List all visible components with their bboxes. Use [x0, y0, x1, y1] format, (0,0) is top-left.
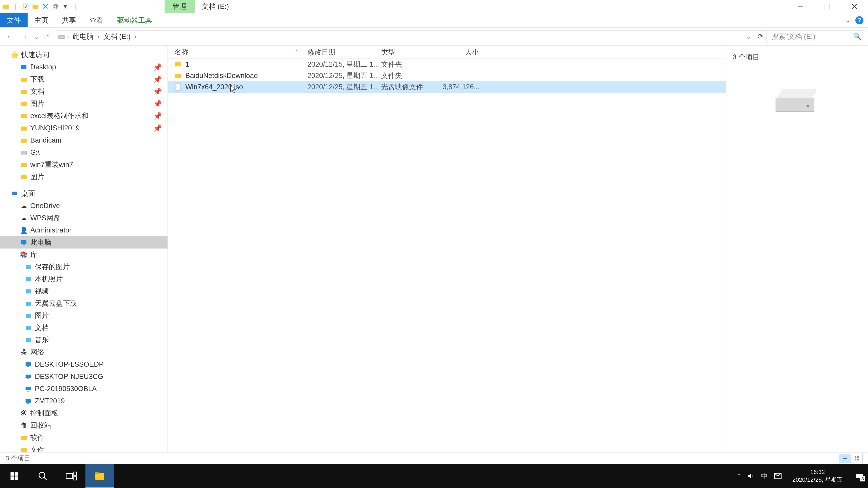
close-blue-icon[interactable]: ✕ — [42, 3, 49, 10]
tree-library-item[interactable]: 视频 — [0, 285, 167, 297]
tree-library-item[interactable]: 音乐 — [0, 334, 167, 346]
crumb-this-pc[interactable]: 此电脑 — [70, 32, 96, 41]
new-folder-icon[interactable] — [32, 3, 39, 10]
app-icon[interactable] — [2, 3, 9, 10]
close-button[interactable]: ✕ — [841, 0, 868, 13]
tree-quick-item[interactable]: win7重装win7 — [0, 159, 167, 171]
start-button[interactable] — [0, 464, 29, 488]
chevron-right-icon[interactable]: › — [134, 33, 136, 41]
tree-desktop-item[interactable]: 📚库 — [0, 249, 167, 261]
details-item-count: 3 个项目 — [733, 53, 760, 62]
tree-desktop-item[interactable]: ☁OneDrive — [0, 200, 167, 212]
tree-library-item[interactable]: 本机照片 — [0, 273, 167, 285]
tree-network[interactable]: 🖧网络 — [0, 346, 167, 358]
tree-network-item[interactable]: ZMT2019 — [0, 395, 167, 407]
tab-view[interactable]: 查看 — [83, 13, 110, 27]
tree-quick-item[interactable]: 文档📌 — [0, 86, 167, 98]
help-icon[interactable]: ? — [855, 16, 864, 24]
svg-rect-12 — [21, 151, 27, 154]
maximize-button[interactable] — [814, 0, 841, 13]
tree-software[interactable]: 软件 — [0, 431, 167, 444]
chevron-right-icon[interactable]: › — [97, 33, 99, 41]
details-view-button[interactable] — [839, 454, 851, 463]
svg-rect-35 — [175, 62, 181, 66]
explorer-taskbar-button[interactable] — [86, 464, 114, 488]
file-row[interactable]: 12020/12/15, 星期二 1...文件夹 — [168, 59, 725, 70]
ribbon-collapse-icon[interactable]: ⌄ — [845, 16, 851, 24]
tree-quick-item[interactable]: excel表格制作求和📌 — [0, 110, 167, 122]
tree-files[interactable]: 文件 — [0, 444, 167, 452]
qat-dropdown-icon[interactable]: ▾ — [62, 3, 69, 10]
action-center-button[interactable]: 3 — [853, 470, 866, 482]
tree-control-panel[interactable]: 🛠控制面板 — [0, 407, 167, 419]
properties-icon[interactable] — [22, 3, 29, 10]
tree-quick-item[interactable]: YUNQISHI2019📌 — [0, 122, 167, 134]
up-button[interactable]: ↑ — [41, 29, 55, 44]
search-taskbar-button[interactable] — [29, 464, 57, 488]
tree-network-item[interactable]: DESKTOP-NJEU3CG — [0, 370, 167, 383]
svg-point-43 — [39, 473, 45, 478]
taskbar-clock[interactable]: 16:32 2020/12/25, 星期五 — [788, 468, 847, 484]
breadcrumb[interactable]: › 此电脑 › 文档 (E:) › ⌄ — [55, 30, 754, 43]
file-row[interactable]: BaiduNetdiskDownload2020/12/25, 星期五 1...… — [168, 70, 725, 81]
settings-gear-icon[interactable] — [52, 3, 59, 10]
recent-dropdown[interactable]: ⌄ — [32, 29, 41, 44]
tree-library-item[interactable]: 文档 — [0, 322, 167, 334]
tab-home[interactable]: 主页 — [28, 13, 55, 27]
tree-quick-item[interactable]: 下载📌 — [0, 73, 167, 86]
mail-tray-icon[interactable] — [774, 472, 782, 480]
tree-quick-item[interactable]: Desktop📌 — [0, 61, 167, 73]
tree-quick-item[interactable]: 图片 — [0, 171, 167, 183]
tab-share[interactable]: 共享 — [55, 13, 83, 27]
folder-icon — [20, 446, 28, 452]
svg-rect-1 — [23, 4, 28, 9]
header-date[interactable]: 修改日期 — [307, 47, 381, 57]
search-icon[interactable]: 🔍 — [853, 32, 862, 41]
thumbnails-view-button[interactable] — [851, 454, 863, 463]
tree-desktop-item[interactable]: 此电脑 — [0, 236, 167, 249]
tree-library-item[interactable]: 保存的图片 — [0, 261, 167, 273]
search-input[interactable]: 搜索"文档 (E:)" 🔍 — [768, 30, 865, 43]
tab-drive-tools[interactable]: 驱动器工具 — [110, 13, 159, 27]
tree-library-item[interactable]: 图片 — [0, 310, 167, 322]
svg-rect-10 — [21, 127, 27, 131]
pin-icon: 📌 — [153, 100, 162, 108]
svg-rect-36 — [175, 74, 181, 78]
svg-rect-8 — [21, 102, 27, 106]
tree-desktop-item[interactable]: 👤Administrator — [0, 224, 167, 236]
tree-recycle-bin[interactable]: 🗑回收站 — [0, 419, 167, 431]
svg-rect-28 — [27, 379, 29, 379]
crumb-current[interactable]: 文档 (E:) — [101, 32, 133, 41]
tree-quick-access[interactable]: ⭐快速访问 — [0, 49, 167, 61]
folder-icon — [20, 434, 28, 442]
svg-rect-45 — [74, 472, 76, 475]
header-size[interactable]: 大小 — [442, 47, 483, 57]
tree-desktop-item[interactable]: ☁WPS网盘 — [0, 212, 167, 224]
header-name[interactable]: 名称⌃ — [175, 47, 307, 57]
ime-indicator[interactable]: 中 — [761, 471, 768, 481]
tree-network-item[interactable]: DESKTOP-LSSOEDP — [0, 358, 167, 370]
tree-quick-item[interactable]: G:\ — [0, 147, 167, 159]
file-row[interactable]: Win7x64_2020.iso2020/12/25, 星期五 1...光盘映像… — [168, 81, 725, 93]
tree-library-item[interactable]: 天翼云盘下载 — [0, 297, 167, 310]
svg-rect-15 — [12, 192, 18, 195]
minimize-button[interactable]: ─ — [786, 0, 814, 13]
header-type[interactable]: 类型 — [381, 47, 442, 57]
tab-file[interactable]: 文件 — [0, 13, 28, 27]
chevron-right-icon[interactable]: › — [67, 33, 69, 41]
refresh-button[interactable]: ⟳ — [754, 30, 767, 43]
tree-network-item[interactable]: PC-20190530OBLA — [0, 383, 167, 395]
navigation-pane[interactable]: ⭐快速访问 Desktop📌下载📌文档📌图片📌excel表格制作求和📌YUNQI… — [0, 46, 168, 452]
tree-node-icon: ☁ — [20, 202, 28, 210]
address-dropdown-icon[interactable]: ⌄ — [745, 32, 754, 41]
tree-desktop[interactable]: 桌面 — [0, 188, 167, 200]
task-view-button[interactable] — [57, 464, 86, 488]
tree-quick-item[interactable]: Bandicam — [0, 134, 167, 147]
tree-quick-item[interactable]: 图片📌 — [0, 98, 167, 110]
back-button[interactable]: ← — [3, 29, 17, 44]
forward-button[interactable]: → — [17, 29, 32, 44]
tray-overflow-icon[interactable]: ⌃ — [736, 473, 741, 480]
notification-badge: 3 — [860, 476, 865, 482]
volume-icon[interactable] — [747, 472, 755, 480]
svg-rect-20 — [26, 289, 31, 293]
